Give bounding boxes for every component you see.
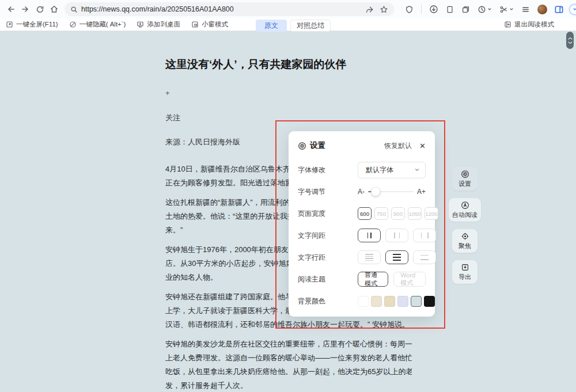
settings-gear-icon bbox=[298, 142, 306, 150]
browser-window: https://news.qq.com/rain/a/20250516A01AA… bbox=[0, 0, 576, 392]
sidebar-item-label: 导出 bbox=[458, 273, 471, 281]
auto-read-icon bbox=[461, 201, 469, 210]
paragraph-line: 汉语、韩语都很流利，还和邻居的维吾尔族小朋友一起玩耍。” 安钟旭说。 bbox=[165, 318, 412, 332]
line-spacing-large-icon bbox=[420, 255, 429, 260]
bookmark-label: 一键隐藏( Alt+`) bbox=[79, 20, 126, 29]
font-smaller-label[interactable]: A- bbox=[358, 188, 365, 196]
reading-view: 这里没有‘外人’，只有共建家园的伙伴 + 关注 来源：人民日报海外版 4月10日… bbox=[0, 32, 576, 392]
bookmark-hide[interactable]: 一键隐藏( Alt+`) bbox=[69, 20, 126, 29]
home-icon[interactable] bbox=[48, 3, 60, 16]
screenshot-scissors-icon[interactable] bbox=[499, 5, 514, 14]
profile-avatar[interactable] bbox=[537, 5, 547, 14]
desktop-add-icon bbox=[137, 21, 144, 28]
close-icon[interactable]: ✕ bbox=[419, 142, 426, 150]
font-size-row: 字号调节 A- A+ bbox=[298, 183, 426, 200]
menu-icon[interactable] bbox=[521, 5, 530, 14]
row-label: 字号调节 bbox=[298, 187, 358, 197]
bg-swatch-tan[interactable] bbox=[384, 296, 395, 307]
paragraph-line: 上老人免费理发。这源自一位顾客的暖心举动——一位来剪发的老人看他忙得顾不上 bbox=[165, 351, 412, 365]
exit-reading-mode-button[interactable]: 退出阅读模式 bbox=[504, 20, 554, 29]
bg-swatch-lavender[interactable] bbox=[397, 296, 408, 307]
bookmark-label: 添加到桌面 bbox=[147, 20, 180, 29]
bookmark-mini-window[interactable]: 小窗模式 bbox=[191, 20, 228, 29]
copy-windows-icon[interactable] bbox=[461, 5, 470, 14]
bg-swatch-white[interactable] bbox=[358, 296, 369, 307]
width-option-1050[interactable]: 1050 bbox=[408, 207, 422, 220]
chevron-down-icon bbox=[487, 7, 492, 12]
send-icon[interactable] bbox=[365, 5, 374, 14]
line-spacing-medium-button[interactable] bbox=[385, 250, 408, 264]
chevron-down-icon[interactable] bbox=[568, 41, 573, 44]
download-icon[interactable] bbox=[429, 5, 438, 14]
export-icon bbox=[461, 263, 469, 272]
font-family-select[interactable]: 默认字体 bbox=[358, 162, 426, 178]
bg-swatch-black[interactable] bbox=[424, 296, 435, 307]
sidebar-item-settings[interactable]: 设置 bbox=[452, 167, 478, 191]
url-text[interactable]: https://news.qq.com/rain/a/20250516A01AA… bbox=[81, 5, 359, 13]
chevron-down-icon bbox=[509, 7, 514, 12]
letter-spacing-large-icon bbox=[421, 233, 429, 238]
article-title: 这里没有‘外人’，只有共建家园的伙伴 bbox=[165, 58, 412, 71]
follow-link[interactable]: 关注 bbox=[165, 113, 412, 122]
search-icon bbox=[70, 6, 78, 13]
font-larger-label[interactable]: A+ bbox=[417, 188, 426, 196]
line-spacing-small-icon bbox=[365, 254, 373, 261]
width-option-600[interactable]: 600 bbox=[358, 207, 372, 220]
paragraph-line: 发，累计服务超千人次。 bbox=[165, 379, 412, 392]
scroll-widget[interactable] bbox=[566, 32, 574, 49]
star-icon[interactable] bbox=[380, 5, 388, 14]
letter-spacing-medium-icon bbox=[394, 233, 400, 238]
reading-tools-sidebar: 设置 自动阅读 聚焦 导出 bbox=[452, 167, 478, 284]
refresh-icon[interactable] bbox=[33, 3, 46, 16]
letter-spacing-row: 文字间距 bbox=[298, 227, 426, 244]
toggle-caret-knob[interactable] bbox=[570, 5, 576, 14]
settings-gear-icon bbox=[461, 170, 469, 178]
reading-theme-row: 阅读主题 普通模式 Word模式 bbox=[298, 271, 426, 288]
cloud-sync-toggle[interactable] bbox=[569, 3, 576, 16]
article-expander[interactable]: + bbox=[165, 89, 412, 97]
font-size-slider[interactable] bbox=[368, 191, 414, 193]
row-label: 背景颜色 bbox=[298, 296, 358, 306]
width-option-900[interactable]: 900 bbox=[391, 207, 405, 220]
background-color-row: 背景颜色 bbox=[298, 292, 426, 310]
line-spacing-row: 文字行距 bbox=[298, 249, 426, 266]
theme-word-button[interactable]: Word模式 bbox=[393, 272, 426, 287]
line-spacing-large-button[interactable] bbox=[413, 250, 436, 264]
width-option-750[interactable]: 750 bbox=[374, 207, 388, 220]
reading-tabs: 原文 对照总结 bbox=[256, 20, 331, 32]
bookmark-add-desktop[interactable]: 添加到桌面 bbox=[137, 20, 180, 29]
tab-original[interactable]: 原文 bbox=[256, 20, 287, 32]
paragraph-line: 吃饭，从包里拿出来几块奶疙瘩给他。从那一刻起，他决定为65岁以上的老人免费剪 bbox=[165, 365, 412, 379]
letter-spacing-medium-button[interactable] bbox=[385, 229, 408, 242]
letter-spacing-large-button[interactable] bbox=[413, 229, 436, 242]
eye-slash-icon bbox=[69, 21, 77, 28]
line-spacing-small-button[interactable] bbox=[358, 250, 381, 264]
paragraph-line: 安钟旭的美发沙龙是所在社区交往的重要纽带，店里有个暖心惯例：每周一，65岁以 bbox=[165, 337, 412, 351]
address-bar[interactable]: https://news.qq.com/rain/a/20250516A01AA… bbox=[65, 2, 394, 16]
line-spacing-medium-icon bbox=[393, 254, 401, 261]
bg-swatch-cream[interactable] bbox=[371, 296, 382, 307]
sidebar-item-export[interactable]: 导出 bbox=[452, 260, 478, 284]
slider-thumb[interactable] bbox=[372, 188, 380, 196]
bookmark-fullscreen[interactable]: 一键全屏(F11) bbox=[6, 20, 58, 29]
reset-default-button[interactable]: 恢复默认 bbox=[384, 141, 412, 151]
mini-window-icon bbox=[191, 21, 199, 28]
theme-normal-button[interactable]: 普通模式 bbox=[358, 272, 388, 287]
chevron-up-icon[interactable] bbox=[568, 37, 573, 40]
width-option-1200[interactable]: 1200 bbox=[425, 207, 438, 220]
forward-icon[interactable] bbox=[19, 3, 32, 16]
back-icon[interactable] bbox=[5, 3, 17, 16]
sidebar-panel-icon[interactable] bbox=[554, 5, 564, 14]
history-icon[interactable] bbox=[478, 5, 492, 14]
panel-title: 设置 bbox=[310, 140, 325, 151]
row-label: 字体修改 bbox=[298, 165, 358, 175]
new-page-icon[interactable] bbox=[446, 5, 454, 14]
tab-compare-summary[interactable]: 对照总结 bbox=[290, 20, 331, 32]
extensions-icon[interactable] bbox=[405, 5, 414, 14]
focus-crosshair-icon bbox=[461, 232, 469, 241]
sidebar-item-focus[interactable]: 聚焦 bbox=[452, 229, 478, 253]
sidebar-item-auto-read[interactable]: 自动阅读 bbox=[449, 198, 481, 222]
bg-swatch-blue-gray[interactable] bbox=[411, 296, 422, 307]
row-label: 文字行距 bbox=[298, 253, 358, 262]
letter-spacing-small-button[interactable] bbox=[358, 229, 381, 242]
